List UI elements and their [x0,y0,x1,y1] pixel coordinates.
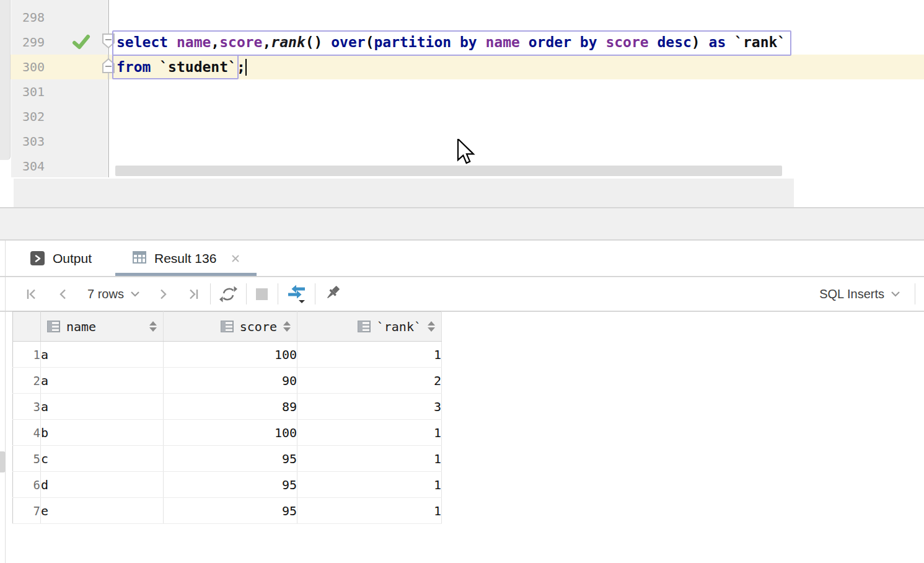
cell-rank[interactable]: 1 [297,472,442,498]
line-number: 299 [0,30,45,55]
code-token: order by [529,34,606,50]
cell-name[interactable]: c [41,446,164,472]
code-token: , [211,34,219,50]
toolbar-separator [246,283,247,304]
toolwindow-side-handle[interactable] [0,451,6,472]
line-number: 302 [0,104,45,129]
stop-query-button[interactable] [256,288,268,300]
rows-count-label: 7 rows [87,287,124,301]
tab-output[interactable]: Output [24,241,92,276]
code-token: name [177,34,211,50]
close-tab-icon[interactable] [230,253,241,264]
code-token: score [605,34,657,50]
fold-marker-expand-icon[interactable] [102,58,115,74]
column-header-name[interactable]: name [41,312,164,342]
code-line-299[interactable]: select name,score,rank() over(partition … [117,30,786,55]
result-tabbar: Output Result 136 [6,241,924,276]
column-header-rank[interactable]: `rank` [297,312,442,342]
cell-rank[interactable]: 2 [297,368,442,394]
tab-output-label: Output [53,251,92,266]
fold-marker-collapse-icon[interactable] [102,33,115,49]
last-page-button[interactable] [185,286,201,303]
row-number-cell[interactable]: 7 [13,498,41,524]
code-token: `student` [159,59,237,75]
splitter-band[interactable] [0,208,924,239]
code-token: as [709,34,735,50]
data-extractor-dropdown[interactable]: SQL Inserts [819,287,901,301]
datagrip-window: 298299300301302303304 select name,score,… [0,0,924,563]
toolbar-separator [915,283,915,304]
cell-score[interactable]: 100 [164,342,297,368]
row-number-cell[interactable]: 5 [13,446,41,472]
pin-icon [323,285,342,303]
cell-rank[interactable]: 1 [297,342,442,368]
row-number-cell[interactable]: 3 [13,394,41,420]
column-grid-icon [358,321,371,332]
code-token: over [331,34,365,50]
cell-rank[interactable]: 1 [297,446,442,472]
table-row: 4b1001 [13,420,442,446]
toolbar-separator [315,283,315,304]
first-page-button[interactable] [24,286,40,303]
cell-score[interactable]: 95 [164,498,297,524]
editor-horizontal-scrollbar[interactable] [115,166,782,176]
code-token: rank [271,34,305,50]
code-token: ; [237,59,245,75]
row-number-cell[interactable]: 2 [13,368,41,394]
column-header-label: name [66,319,96,334]
code-token: select [117,34,177,50]
sort-arrows-icon [149,321,157,332]
sort-arrows-icon [428,321,435,332]
code-token: desc [657,34,691,50]
result-grid-icon [132,250,147,267]
row-number-cell[interactable]: 6 [13,472,41,498]
page-size-dropdown[interactable]: 7 rows [87,287,141,301]
cell-name[interactable]: a [41,394,164,420]
cell-name[interactable]: b [41,420,164,446]
sort-arrows-icon [283,321,291,332]
cell-name[interactable]: a [41,342,164,368]
table-row: 3a893 [13,394,442,420]
column-header-score[interactable]: score [164,312,297,342]
line-number: 304 [0,154,45,179]
chevron-down-icon [130,290,141,298]
code-token: `rank` [734,34,786,50]
cell-rank[interactable]: 3 [297,394,442,420]
statement-executed-check-icon[interactable] [72,33,90,53]
reload-data-button[interactable] [219,285,238,304]
row-number-cell[interactable]: 4 [13,420,41,446]
compare-data-button[interactable] [286,283,308,305]
cell-name[interactable]: e [41,498,164,524]
table-row: 6d951 [13,472,442,498]
cell-score[interactable]: 90 [164,368,297,394]
tab-result-136[interactable]: Result 136 [115,241,257,276]
gutter-separator-line [108,0,109,177]
line-number: 298 [0,5,45,30]
code-token: () [306,34,332,50]
cell-score[interactable]: 95 [164,446,297,472]
cell-rank[interactable]: 1 [297,498,442,524]
cell-rank[interactable]: 1 [297,420,442,446]
cell-score[interactable]: 95 [164,472,297,498]
table-row: 5c951 [13,446,442,472]
tab-result-label: Result 136 [154,251,216,266]
cell-score[interactable]: 100 [164,420,297,446]
code-token: , [262,34,271,50]
line-number: 303 [0,129,45,154]
cell-name[interactable]: a [41,368,164,394]
pin-tab-button[interactable] [323,285,342,303]
code-line-300[interactable]: from `student`; [117,55,245,79]
text-caret [245,59,247,76]
previous-page-button[interactable] [55,286,72,303]
row-number-header [13,312,41,342]
cell-score[interactable]: 89 [164,394,297,420]
row-number-cell[interactable]: 1 [13,342,41,368]
table-row: 2a902 [13,368,442,394]
next-page-button[interactable] [154,286,171,303]
cell-name[interactable]: d [41,472,164,498]
chevron-down-icon [890,290,901,298]
code-token: partition by [374,34,485,50]
code-token: ) [692,34,709,50]
code-token: score [219,34,262,50]
table-row: 1a1001 [13,342,442,368]
